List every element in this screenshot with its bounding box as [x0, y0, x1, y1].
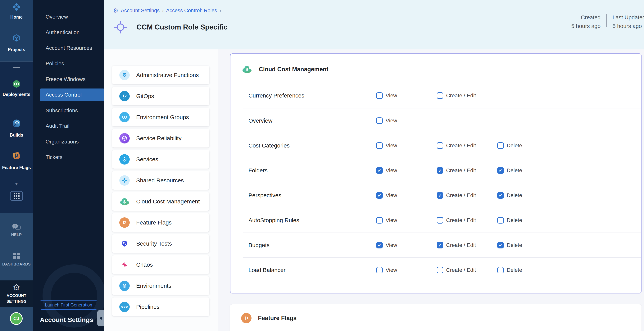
view-checkbox[interactable]: [376, 118, 383, 124]
last-updated-value: 5 hours ago: [612, 23, 644, 29]
breadcrumb: ⚙ Account Settings › Access Control: Rol…: [113, 7, 221, 14]
resource-card-services[interactable]: Services: [112, 150, 209, 168]
services-hexagon-icon: [119, 154, 130, 164]
permission-row: Folders View Create / Edit Delete: [243, 158, 641, 183]
service-reliability-icon: [119, 133, 130, 144]
permission-row: Overview View: [243, 108, 641, 133]
page-header: ⚙ Account Settings › Access Control: Rol…: [104, 0, 644, 50]
help-button[interactable]: ?: [0, 224, 33, 231]
feature-flags-panel: Feature Flags: [230, 304, 642, 331]
resource-card-feature-flags[interactable]: Feature Flags: [112, 213, 209, 232]
svg-text:?: ?: [14, 225, 16, 228]
delete-checkbox[interactable]: [497, 267, 504, 273]
projects-cube-icon: [0, 34, 33, 42]
create-edit-checkbox[interactable]: [437, 192, 443, 199]
chaos-arrows-icon: [119, 260, 130, 270]
rail-divider-dash: [13, 67, 20, 68]
delete-checkbox[interactable]: [497, 217, 504, 224]
created-label: Created: [571, 14, 600, 21]
resource-category-list: ⚙ Administrative Functions GitOps Enviro…: [104, 50, 218, 331]
account-settings-button[interactable]: ⚙: [0, 283, 33, 292]
created-value: 5 hours ago: [571, 23, 600, 29]
view-checkbox[interactable]: [376, 217, 383, 224]
create-edit-checkbox[interactable]: [437, 92, 443, 99]
meta-divider: [606, 14, 607, 27]
nav-item-freeze-windows[interactable]: Freeze Windows: [40, 73, 98, 86]
view-checkbox[interactable]: [376, 242, 383, 248]
permission-row: Perspectives View Create / Edit Delete: [243, 183, 641, 208]
create-edit-checkbox[interactable]: [437, 142, 443, 149]
launch-first-generation-button[interactable]: Launch First Generation: [40, 300, 97, 310]
nav-item-authentication[interactable]: Authentication: [40, 26, 98, 39]
permission-label: Currency Preferences: [248, 92, 304, 99]
harness-logo-icon: [0, 2, 33, 12]
resource-card-cloud-cost-management[interactable]: $ Cloud Cost Management: [112, 192, 209, 211]
environments-layers-icon: [119, 280, 130, 291]
sidebar-item-projects[interactable]: [0, 34, 33, 42]
sidebar-item-home[interactable]: [0, 2, 33, 12]
deployments-hex-icon: [0, 79, 33, 88]
nav-item-audit-trail[interactable]: Audit Trail: [40, 120, 98, 132]
delete-checkbox[interactable]: [497, 192, 504, 199]
grid-icon: [14, 193, 20, 199]
delete-checkbox[interactable]: [497, 242, 504, 248]
nav-item-policies[interactable]: Policies: [40, 57, 98, 70]
nav-item-organizations[interactable]: Organizations: [40, 136, 98, 148]
resource-card-pipelines[interactable]: Pipelines: [112, 298, 209, 316]
main-content: ⚙ Administrative Functions GitOps Enviro…: [104, 50, 644, 331]
breadcrumb-account-settings[interactable]: Account Settings: [121, 8, 160, 14]
resource-card-shared-resources[interactable]: Shared Resources: [112, 171, 209, 190]
view-checkbox[interactable]: [376, 142, 383, 149]
dashboards-button[interactable]: [0, 252, 33, 259]
resource-card-environment-groups[interactable]: Environment Groups: [112, 108, 209, 126]
permission-label: Load Balancer: [248, 267, 286, 273]
view-checkbox[interactable]: [376, 192, 383, 199]
account-settings-label: ACCOUNT SETTINGS: [0, 293, 33, 304]
gitops-branch-icon: [119, 91, 130, 101]
nav-item-overview[interactable]: Overview: [40, 10, 98, 23]
permission-row: Cost Categories View Create / Edit Delet…: [243, 133, 641, 158]
gear-icon: ⚙: [119, 70, 130, 80]
flag-icon: [119, 218, 130, 228]
create-edit-checkbox[interactable]: [437, 267, 443, 273]
permission-row: Currency Preferences View Create / Edit: [243, 83, 641, 108]
sidebar-item-home-label: Home: [0, 14, 33, 20]
view-checkbox[interactable]: [376, 167, 383, 174]
nav-item-access-control[interactable]: Access Control: [40, 88, 104, 101]
breadcrumb-access-control-roles[interactable]: Access Control: Roles: [166, 8, 217, 14]
rail-utility-section: [0, 213, 33, 280]
create-edit-checkbox[interactable]: [437, 217, 443, 224]
resource-card-gitops[interactable]: GitOps: [112, 87, 209, 105]
sidebar-item-deployments[interactable]: [0, 79, 33, 88]
cloud-cost-management-panel: $ Cloud Cost Management Currency Prefere…: [230, 54, 642, 294]
sidebar-item-deployments-label: Deployments: [0, 92, 33, 97]
delete-checkbox[interactable]: [497, 142, 504, 149]
resource-card-administrative-functions[interactable]: ⚙ Administrative Functions: [112, 66, 209, 84]
view-checkbox[interactable]: [376, 92, 383, 99]
shared-resources-icon: [119, 175, 130, 186]
resource-card-chaos[interactable]: Chaos: [112, 255, 209, 274]
permission-label: Cost Categories: [248, 142, 290, 149]
nav-item-tickets[interactable]: Tickets: [40, 151, 98, 164]
nav-item-subscriptions[interactable]: Subscriptions: [40, 104, 98, 117]
permission-label: Perspectives: [248, 192, 282, 199]
resource-card-security-tests[interactable]: Security Tests: [112, 234, 209, 253]
dashboards-label: DASHBOARDS: [0, 262, 33, 266]
breadcrumb-separator: ›: [219, 7, 221, 14]
sidebar-item-builds[interactable]: [0, 119, 33, 128]
delete-checkbox[interactable]: [497, 167, 504, 174]
avatar[interactable]: CJ: [10, 312, 22, 325]
resource-card-service-reliability[interactable]: Service Reliability: [112, 129, 209, 148]
account-settings-nav: Overview Authentication Account Resource…: [33, 0, 104, 331]
nav-item-account-resources[interactable]: Account Resources: [40, 42, 98, 54]
sidebar-item-feature-flags[interactable]: [0, 151, 33, 160]
module-grid-button[interactable]: [10, 191, 23, 201]
view-checkbox[interactable]: [376, 267, 383, 273]
module-rail: Home Projects Deployments: [0, 0, 33, 331]
create-edit-checkbox[interactable]: [437, 242, 443, 248]
resource-card-environments[interactable]: Environments: [112, 276, 209, 295]
panel-title: Cloud Cost Management: [259, 66, 328, 73]
create-edit-checkbox[interactable]: [437, 167, 443, 174]
chevron-down-icon[interactable]: ▼: [0, 181, 33, 186]
collapse-nav-button[interactable]: [97, 310, 104, 326]
